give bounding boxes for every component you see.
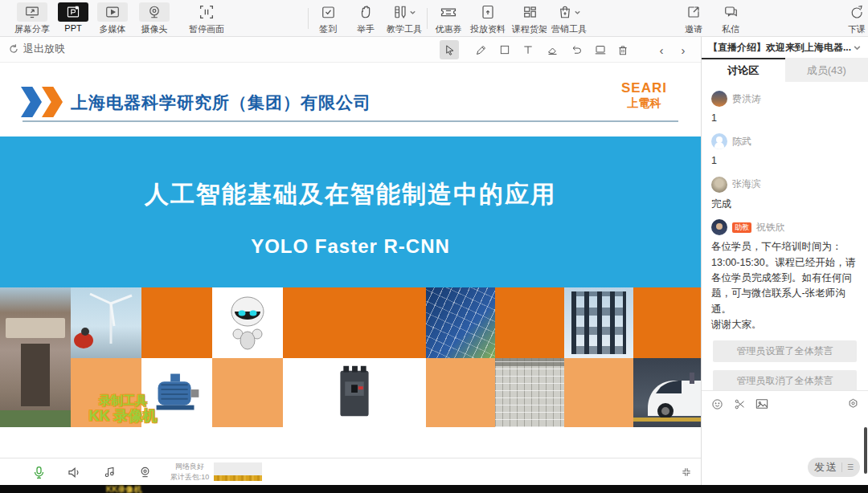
scissors-icon: [734, 398, 746, 410]
pause-frame-button[interactable]: 暂停画面: [176, 2, 237, 35]
top-toolbar: 屏幕分享 PPT 多媒体 摄像头 暂停画面: [0, 0, 868, 37]
sender-name: 祝铁欣: [756, 221, 785, 234]
slide-header-rule: [23, 120, 678, 122]
slide-title: 人工智能基础及在智能制造中的应用: [0, 178, 701, 211]
marketing-tools-button[interactable]: 营销工具: [538, 2, 600, 35]
mosaic-tile-test-equipment-photo: [564, 287, 633, 358]
avatar: [711, 91, 727, 107]
sender-name: 张海滨: [732, 177, 761, 191]
eraser-icon: [547, 44, 559, 56]
live-intro-bar[interactable]: 【直播介绍】欢迎来到上海电器...: [702, 37, 868, 58]
status-bar: 网络良好 累计丢包:10: [0, 458, 701, 485]
tab-members[interactable]: 成员(43): [785, 58, 868, 82]
avatar: [711, 133, 727, 149]
collapse-icon: [681, 467, 692, 478]
mosaic-tile-orange-light: [564, 358, 633, 427]
text-tool[interactable]: [518, 40, 538, 59]
whiteboard-tool[interactable]: [591, 40, 610, 59]
network-status: 网络良好 累计丢包:10: [169, 462, 211, 482]
annotation-toolbar: 退出放映 ‹ ›: [0, 37, 701, 63]
slide-chevron-blue: [21, 87, 42, 117]
image-icon: [755, 398, 768, 409]
pause-frame-icon: [191, 2, 222, 22]
image-upload-button[interactable]: [755, 397, 769, 411]
slide-canvas: 上海电器科学研究所（集团）有限公司 SEARI 上電科 人工智能基础及在智能制造…: [0, 63, 701, 458]
camera-icon: [139, 2, 170, 22]
background-music-button[interactable]: [101, 464, 117, 480]
chat-input[interactable]: [706, 417, 863, 455]
avatar: [711, 177, 727, 193]
undo-icon: [571, 44, 583, 56]
mosaic-tile-wind-turbine-photo: [71, 287, 141, 358]
chat-message: 陈武 1: [711, 133, 858, 169]
text-icon: [522, 44, 534, 55]
tab-discussion[interactable]: 讨论区: [702, 58, 785, 82]
slide-company-name: 上海电器科学研究所（集团）有限公司: [71, 92, 371, 114]
packet-loss-text: 累计丢包:10: [169, 472, 211, 483]
eraser-tool[interactable]: [542, 40, 562, 59]
chat-message: 助教 祝铁欣 各位学员，下午培训时间为：13:00-15:30。课程已经开始，请…: [711, 219, 858, 332]
microphone-button[interactable]: [31, 464, 47, 480]
chevron-left-icon: ‹: [660, 44, 664, 56]
mosaic-tile-robot-photo: [212, 287, 283, 358]
sidebar-scrollbar[interactable]: [864, 427, 867, 474]
direct-message-button[interactable]: 私信: [700, 2, 761, 35]
select-cursor-tool[interactable]: [440, 40, 459, 59]
network-graph: [214, 462, 262, 481]
slide-subtitle: YOLO Faster R-CNN: [0, 235, 701, 258]
mosaic-tile-orange: [495, 287, 564, 358]
send-button-divider: [841, 462, 842, 472]
recorder-watermark: 录制工具 KK 录像机: [47, 393, 199, 426]
slide-chevron-orange: [42, 87, 63, 117]
mosaic-tile-orange-light: [212, 358, 283, 427]
chat-message: 张海滨 完成: [711, 177, 858, 212]
end-class-icon: [841, 2, 868, 22]
end-class-button[interactable]: 下课: [826, 2, 868, 35]
speaker-icon: [68, 467, 81, 479]
ppt-label: PPT: [64, 23, 81, 33]
sender-name: 陈武: [732, 135, 751, 149]
gear-icon: [847, 398, 859, 410]
mosaic-tile-orange-light: [426, 358, 495, 427]
direct-message-label: 私信: [722, 23, 739, 35]
direct-message-icon: [715, 2, 746, 22]
send-button[interactable]: 发送 ☰: [808, 458, 860, 477]
teaching-tools-icon: [389, 2, 420, 22]
message-text: 1: [711, 111, 858, 126]
pen-icon: [475, 44, 487, 56]
chevron-down-icon: [853, 43, 862, 52]
chevron-down-icon: [409, 9, 416, 16]
system-message: 管理员取消了全体禁言: [713, 370, 857, 390]
marketing-tools-label: 营销工具: [551, 23, 587, 35]
chat-settings-button[interactable]: [845, 397, 860, 411]
mosaic-tile-orange: [283, 287, 426, 358]
screenshot-button[interactable]: [732, 397, 747, 411]
mosaic-tile-electric-car-photo: [633, 358, 702, 427]
pause-frame-label: 暂停画面: [189, 23, 224, 35]
live-class-window: 屏幕分享 PPT 多媒体 摄像头 暂停画面: [0, 0, 868, 493]
speaker-button[interactable]: [66, 464, 82, 480]
chevron-down-icon: [574, 9, 581, 16]
emoji-button[interactable]: [710, 397, 724, 411]
pen-tool[interactable]: [471, 40, 490, 59]
clear-annotations-tool[interactable]: [613, 40, 633, 59]
live-intro-title: 【直播介绍】欢迎来到上海电器...: [708, 41, 853, 55]
previous-slide-button[interactable]: ‹: [652, 40, 671, 59]
network-graph-bars: [214, 475, 262, 481]
send-options-icon: ☰: [847, 463, 854, 471]
chat-message-list[interactable]: 费洪涛 1 陈武 1 张海滨 完成: [702, 83, 868, 390]
mosaic-tile-orange: [141, 287, 212, 358]
webcam-icon: [139, 466, 151, 479]
exit-presentation-button[interactable]: 退出放映: [8, 42, 65, 56]
slide-title-banner: 人工智能基础及在智能制造中的应用 YOLO Faster R-CNN: [0, 136, 701, 287]
mosaic-tile-solar-panels-photo: [426, 287, 495, 358]
collapse-toolbar-button[interactable]: [678, 464, 694, 480]
avatar: [711, 219, 727, 235]
cursor-icon: [444, 44, 456, 56]
undo-tool[interactable]: [567, 40, 586, 59]
send-button-label: 发送: [814, 460, 838, 475]
trash-icon: [617, 44, 628, 56]
rectangle-tool[interactable]: [495, 40, 514, 59]
webcam-button[interactable]: [137, 464, 153, 480]
next-slide-button[interactable]: ›: [674, 40, 693, 59]
